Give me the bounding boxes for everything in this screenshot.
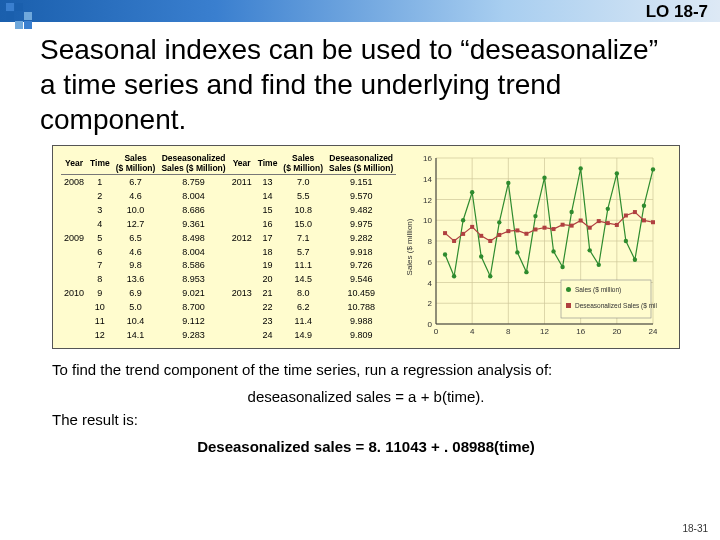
svg-point-35 [443,252,447,256]
svg-rect-63 [479,234,483,238]
regression-equation: Deseasonalized sales = 8. 11043 + . 0898… [52,438,680,455]
learning-objective-badge: LO 18-7 [646,2,708,22]
chart: 024681012141604812162024Sales ($ million… [402,152,671,342]
svg-rect-81 [642,218,646,222]
page-number: 18-31 [682,523,708,534]
svg-rect-68 [525,232,529,236]
data-table: YearTimeSales($ Million)DeseasonalizedSa… [61,152,396,342]
svg-text:10: 10 [423,216,432,225]
svg-text:4: 4 [470,327,475,336]
svg-point-53 [606,207,610,211]
svg-rect-65 [498,233,502,237]
svg-rect-86 [566,303,571,308]
svg-rect-80 [633,210,637,214]
svg-point-39 [479,254,483,258]
slide-title: Seasonal indexes can be used to “deseaso… [0,22,720,143]
svg-rect-59 [443,231,447,235]
corner-logo [6,3,41,29]
svg-rect-60 [452,239,456,243]
regression-intro: To find the trend component of the time … [52,361,680,378]
svg-point-46 [543,176,547,180]
svg-rect-62 [470,225,474,229]
svg-point-58 [651,167,655,171]
svg-point-52 [597,263,601,267]
svg-text:24: 24 [649,327,657,336]
svg-point-56 [633,257,637,261]
result-label: The result is: [52,411,680,428]
svg-rect-76 [597,219,601,223]
svg-point-48 [561,265,565,269]
svg-text:Deseasonalized Sales ($ millio: Deseasonalized Sales ($ million) [575,302,657,310]
svg-text:Sales ($ million): Sales ($ million) [575,286,621,294]
svg-point-50 [579,166,583,170]
svg-point-55 [624,239,628,243]
svg-point-41 [497,220,501,224]
regression-model: deseasonalized sales = a + b(time). [52,388,680,405]
svg-rect-78 [615,223,619,227]
svg-point-49 [570,210,574,214]
svg-rect-79 [624,213,628,217]
svg-text:14: 14 [423,175,432,184]
svg-text:16: 16 [576,327,585,336]
svg-text:20: 20 [613,327,622,336]
svg-rect-72 [561,223,565,227]
svg-point-37 [461,218,465,222]
svg-rect-64 [489,239,493,243]
svg-point-84 [566,287,571,292]
svg-point-38 [470,190,474,194]
top-bar: LO 18-7 [0,0,720,22]
svg-rect-82 [651,220,655,224]
svg-point-47 [552,249,556,253]
svg-rect-74 [579,219,583,223]
svg-rect-70 [543,226,547,230]
svg-point-57 [642,204,646,208]
svg-text:8: 8 [506,327,511,336]
svg-rect-67 [516,228,520,232]
svg-text:6: 6 [428,258,433,267]
svg-point-43 [515,250,519,254]
svg-text:16: 16 [423,154,432,163]
svg-point-51 [588,248,592,252]
svg-rect-75 [588,226,592,230]
svg-text:4: 4 [428,279,433,288]
svg-point-44 [524,270,528,274]
svg-point-40 [488,274,492,278]
svg-point-45 [534,214,538,218]
svg-text:2: 2 [428,299,433,308]
svg-point-36 [452,274,456,278]
svg-text:12: 12 [540,327,549,336]
svg-text:0: 0 [428,320,433,329]
svg-rect-69 [534,227,538,231]
svg-rect-61 [461,232,465,236]
svg-rect-66 [507,229,511,233]
explanation-block: To find the trend component of the time … [0,353,720,455]
svg-rect-73 [570,224,574,228]
svg-text:0: 0 [434,327,439,336]
svg-text:8: 8 [428,237,433,246]
content-panel: YearTimeSales($ Million)DeseasonalizedSa… [52,145,680,349]
svg-text:12: 12 [423,196,432,205]
svg-rect-71 [552,227,556,231]
svg-rect-77 [606,221,610,225]
svg-text:Sales ($ million): Sales ($ million) [405,218,414,275]
svg-point-42 [506,181,510,185]
svg-point-54 [615,171,619,175]
